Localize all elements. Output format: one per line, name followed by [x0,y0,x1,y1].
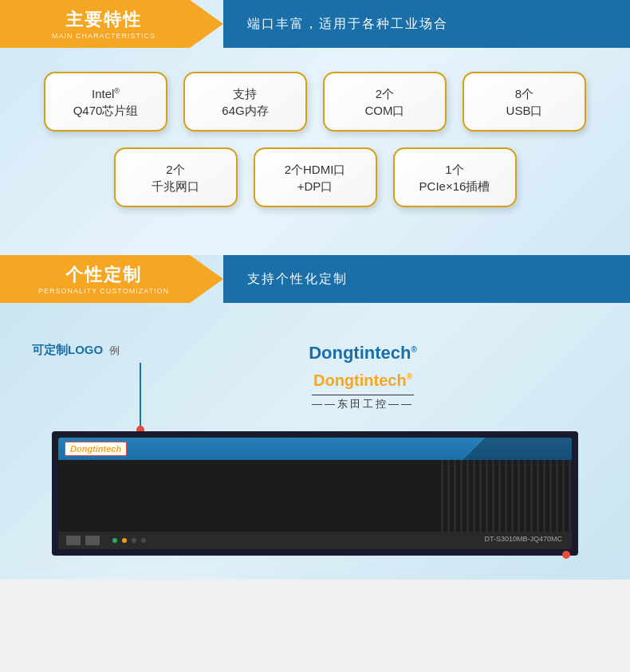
feature-card-usb: 8个USB口 [463,72,586,132]
indicator-yellow [122,538,127,543]
logo2-chinese: ——东田工控—— [312,395,414,411]
feature-card-pcie-text: 1个PCIe×16插槽 [419,161,490,195]
feature-card-hdmi: 2个HDMI口+DP口 [254,147,377,207]
port-usb-2 [85,536,100,545]
logo2-reg: ® [407,372,412,381]
personality-header-left: 个性定制 PERSONALITY CUSTOMIZATION [0,255,223,303]
arrow-line [140,363,141,426]
features-row-1: Intel®Q470芯片组 支持64G内存 2个COM口 8个USB口 [32,72,598,132]
custom-example-label: 例 [109,344,120,358]
logo1-reg: ® [411,345,416,354]
device-outer: Dongtintech [58,438,572,549]
device-image-area: Dongtintech [28,423,602,556]
header-left-banner: 主要特性 MAIN CHARACTERISTICS [0,0,223,48]
personality-header-right: 支持个性化定制 [223,255,630,303]
section-main-characteristics: 主要特性 MAIN CHARACTERISTICS 端口丰富，适用于各种工业场合… [0,0,630,255]
custom-logo-label: 可定制LOGO [32,343,103,358]
indicator-green [112,538,117,543]
main-char-desc: 端口丰富，适用于各种工业场合 [247,16,448,33]
feature-card-gbe: 2个千兆网口 [114,147,238,207]
device-model-number: DT-S3010MB-JQ470MC [484,535,562,543]
logo2-text: Dongtintech® [313,371,412,390]
device-body-right [441,460,572,532]
logo-example-1: Dongtintech® [309,343,417,364]
main-char-header: 主要特性 MAIN CHARACTERISTICS 端口丰富，适用于各种工业场合 [0,0,630,48]
logo1-text: Dongtintech® [309,343,417,364]
device-top-bar: Dongtintech [58,438,572,460]
features-grid: Intel®Q470芯片组 支持64G内存 2个COM口 8个USB口 2个千兆… [0,64,630,231]
feature-card-memory: 支持64G内存 [183,72,307,132]
personality-subtitle: PERSONALITY CUSTOMIZATION [38,287,169,295]
feature-card-com: 2个COM口 [323,72,447,132]
device-body [58,460,572,532]
personality-desc: 支持个性化定制 [247,271,348,288]
device-logo-text: Dongtintech [70,444,121,454]
features-row-2: 2个千兆网口 2个HDMI口+DP口 1个PCIe×16插槽 [32,147,598,207]
customization-content: 可定制LOGO 例 Dongtintech® Dongtintech® ——东田… [0,319,630,564]
custom-logo-label-area: 可定制LOGO 例 [32,343,120,358]
section-personality: 个性定制 PERSONALITY CUSTOMIZATION 支持个性化定制 可… [0,255,630,580]
feature-card-pcie: 1个PCIe×16插槽 [393,147,517,207]
personality-title: 个性定制 [65,263,142,287]
device-red-dot [562,551,570,559]
logo-examples: Dongtintech® Dongtintech® ——东田工控—— [309,343,417,411]
header-right-banner: 端口丰富，适用于各种工业场合 [223,0,630,48]
logo-example-2: Dongtintech® [313,371,412,390]
port-usb-1 [66,536,81,545]
feature-card-hdmi-text: 2个HDMI口+DP口 [285,161,346,195]
device-logo-badge: Dongtintech [65,442,127,456]
feature-card-com-text: 2个COM口 [365,85,405,119]
main-char-subtitle: MAIN CHARACTERISTICS [52,32,156,40]
device-container: Dongtintech [52,431,578,556]
indicator-4 [141,538,146,543]
feature-card-usb-text: 8个USB口 [506,85,543,119]
main-char-title: 主要特性 [65,8,142,32]
top-bar-diagonal [412,438,572,460]
personality-header: 个性定制 PERSONALITY CUSTOMIZATION 支持个性化定制 [0,255,630,303]
feature-card-cpu-text: Intel®Q470芯片组 [73,85,139,119]
feature-card-gbe-text: 2个千兆网口 [152,161,199,195]
indicator-3 [132,538,136,543]
feature-card-cpu: Intel®Q470芯片组 [44,72,167,132]
feature-card-memory-text: 支持64G内存 [222,85,268,119]
